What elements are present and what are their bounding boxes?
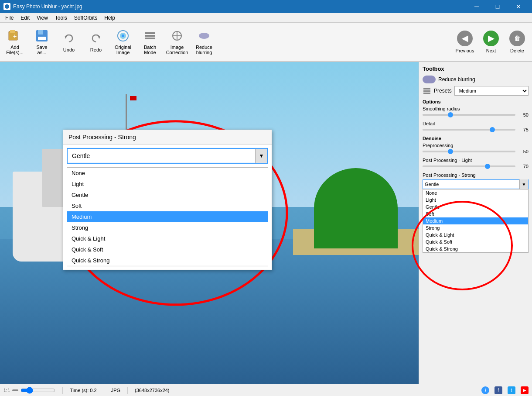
- svg-rect-6: [38, 37, 46, 40]
- right-panel: Toolbox Reduce blurring Presets Medium L…: [419, 62, 532, 384]
- rp-opt-quick-soft[interactable]: Quick & Soft: [423, 238, 528, 245]
- image-correction-button[interactable]: ImageCorrection: [164, 24, 190, 59]
- pp-light-row: Post Processing - Light 70: [423, 158, 529, 169]
- detail-thumb[interactable]: [490, 127, 495, 132]
- presets-label: Presets: [434, 88, 452, 94]
- save-as-label: Saveas...: [36, 45, 47, 55]
- menu-tools[interactable]: Tools: [51, 14, 71, 22]
- original-image-button[interactable]: OriginalImage: [110, 24, 136, 59]
- zoom-icon: [12, 387, 19, 394]
- next-button[interactable]: ▶ Next: [478, 24, 504, 59]
- reduce-blurring-label: Reduceblurring: [196, 45, 212, 55]
- time-display: Time (s): 0.2: [70, 388, 96, 393]
- pp-strong-arrow[interactable]: ▼: [519, 179, 528, 189]
- previous-button[interactable]: ◀ Previous: [452, 24, 478, 59]
- undo-label: Undo: [63, 47, 75, 52]
- svg-text:+: +: [13, 33, 17, 40]
- svg-rect-5: [38, 30, 43, 34]
- dropdown-selected-row[interactable]: Gentle ▼: [67, 148, 268, 164]
- pp-light-track[interactable]: [423, 165, 515, 167]
- reduce-blurring-button[interactable]: Reduceblurring: [191, 24, 217, 59]
- smoothing-radius-track[interactable]: [423, 114, 515, 116]
- preprocessing-track[interactable]: [423, 151, 515, 152]
- delete-button[interactable]: 🗑 Delete: [504, 24, 530, 59]
- dropdown-option-strong[interactable]: Strong: [67, 222, 268, 233]
- smoothing-radius-fill: [423, 114, 450, 116]
- rp-opt-gentle[interactable]: Gentle: [423, 203, 528, 210]
- rp-opt-soft[interactable]: Soft: [423, 210, 528, 217]
- dropdown-option-none[interactable]: None: [67, 168, 268, 179]
- dimensions-display: (3648x2736x24): [135, 388, 170, 393]
- dropdown-option-quick-strong[interactable]: Quick & Strong: [67, 255, 268, 266]
- dropdown-option-gentle[interactable]: Gentle: [67, 189, 268, 200]
- preprocessing-thumb[interactable]: [448, 149, 453, 154]
- status-sep-3: [127, 387, 128, 394]
- dropdown-box: Post Processing - Strong Gentle ▼ None L…: [63, 130, 272, 270]
- redo-button[interactable]: Redo: [83, 24, 109, 59]
- dropdown-option-soft[interactable]: Soft: [67, 200, 268, 211]
- rp-opt-medium[interactable]: Medium: [423, 217, 528, 224]
- dropdown-arrow-button[interactable]: ▼: [255, 149, 267, 163]
- rp-opt-none[interactable]: None: [423, 189, 528, 196]
- reduce-blurring-section-icon: [423, 76, 436, 83]
- svg-point-11: [122, 34, 124, 37]
- trees-bg: [314, 168, 398, 248]
- presets-icon: [423, 86, 431, 95]
- zoom-level: 1:1: [3, 388, 10, 393]
- dropdown-title: Post Processing - Strong: [63, 130, 272, 145]
- menu-softorbits[interactable]: SoftOrbits: [71, 14, 101, 22]
- menu-help[interactable]: Help: [101, 14, 119, 22]
- svg-rect-14: [145, 38, 155, 39]
- menu-view[interactable]: View: [33, 14, 51, 22]
- status-sep-1: [62, 387, 63, 394]
- image-area[interactable]: Post Processing - Strong Gentle ▼ None L…: [0, 62, 419, 384]
- detail-track[interactable]: [423, 129, 515, 131]
- save-as-button[interactable]: Saveas...: [29, 24, 55, 59]
- presets-select[interactable]: Medium Low High: [454, 86, 529, 96]
- twitter-icon[interactable]: t: [508, 386, 515, 394]
- menu-edit[interactable]: Edit: [17, 14, 33, 22]
- svg-rect-23: [12, 389, 18, 391]
- toolbar-nav: ◀ Previous ▶ Next 🗑 Delete: [452, 24, 530, 59]
- zoom-slider[interactable]: [20, 387, 55, 394]
- panel-title: Toolbox: [423, 65, 529, 72]
- svg-rect-20: [423, 88, 430, 90]
- pp-light-slider-container: 70: [423, 164, 529, 169]
- pp-strong-selected-row[interactable]: Gentle ▼: [423, 179, 529, 189]
- smoothing-radius-value: 50: [518, 112, 529, 117]
- smoothing-radius-thumb[interactable]: [448, 112, 453, 117]
- add-files-icon: +: [8, 29, 22, 43]
- rp-opt-quick-strong[interactable]: Quick & Strong: [423, 245, 528, 252]
- reduce-blurring-section: Reduce blurring: [423, 76, 529, 83]
- facebook-icon[interactable]: f: [494, 386, 502, 394]
- dropdown-option-medium[interactable]: Medium: [67, 211, 268, 222]
- youtube-icon[interactable]: ▶: [521, 386, 529, 394]
- svg-rect-12: [145, 32, 155, 34]
- svg-point-18: [199, 33, 209, 39]
- rp-opt-strong[interactable]: Strong: [423, 224, 528, 231]
- preprocessing-row: Preprocessing 50: [423, 143, 529, 154]
- close-button[interactable]: ✕: [508, 0, 529, 13]
- dropdown-option-light[interactable]: Light: [67, 179, 268, 189]
- dropdown-option-quick-soft[interactable]: Quick & Soft: [67, 244, 268, 255]
- rp-opt-quick-light[interactable]: Quick & Light: [423, 231, 528, 238]
- status-sep-2: [104, 387, 104, 394]
- menu-file[interactable]: File: [2, 14, 17, 22]
- dropdown-selected-text: Gentle: [68, 150, 255, 162]
- add-files-button[interactable]: + AddFile(s)...: [2, 24, 28, 59]
- pp-light-thumb[interactable]: [485, 164, 490, 169]
- pp-strong-section: Post Processing - Strong Gentle ▼ None L…: [423, 172, 529, 189]
- preprocessing-label: Preprocessing: [423, 143, 529, 148]
- svg-rect-22: [423, 93, 430, 94]
- maximize-button[interactable]: □: [488, 0, 508, 13]
- undo-button[interactable]: Undo: [56, 24, 82, 59]
- dropdown-option-quick-light[interactable]: Quick & Light: [67, 233, 268, 244]
- pp-strong-list: None Light Gentle Soft Medium Strong Qui…: [423, 189, 529, 253]
- rp-opt-light[interactable]: Light: [423, 196, 528, 203]
- minimize-button[interactable]: ─: [467, 0, 487, 13]
- delete-label: Delete: [510, 48, 524, 53]
- detail-label: Detail: [423, 121, 529, 126]
- dropdown-list: None Light Gentle Soft Medium Strong Qui…: [67, 167, 268, 266]
- info-icon[interactable]: i: [481, 386, 489, 394]
- batch-mode-button[interactable]: BatchMode: [137, 24, 163, 59]
